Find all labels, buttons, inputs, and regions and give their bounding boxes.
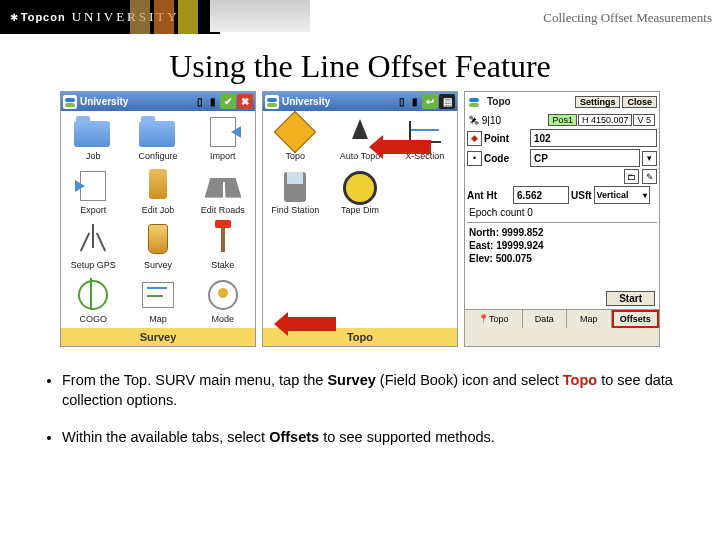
- device-topo-screen: Topo Settings Close 🛰 9|10 Pos1 H 4150.0…: [464, 91, 660, 347]
- ant-ht-value[interactable]: 6.562: [513, 186, 569, 204]
- menu-tape-dim[interactable]: Tape Dim: [328, 165, 393, 219]
- menu-edit-roads[interactable]: Edit Roads: [190, 165, 255, 219]
- header-stripes: [130, 0, 202, 34]
- elev-value: Elev: 500.075: [467, 252, 657, 265]
- ant-ht-unit: USft: [571, 190, 592, 201]
- menu-edit-job[interactable]: Edit Job: [126, 165, 191, 219]
- app-logo-icon: [63, 95, 77, 109]
- callout-arrow-topo: [381, 140, 431, 154]
- header-subtitle: Collecting Offset Measurements: [543, 10, 712, 26]
- point-label: Point: [484, 133, 528, 144]
- close-button[interactable]: Close: [622, 96, 657, 108]
- device1-titlebar: University ▯ ▮ ✔ ✖: [61, 92, 255, 111]
- menu-icon[interactable]: ▤: [439, 94, 455, 109]
- instruction-bullets: From the Top. SURV main menu, tap the Su…: [22, 371, 698, 448]
- device2-title: University: [282, 96, 330, 107]
- bottom-tabs: 📍 Topo Data Map Offsets: [465, 309, 659, 328]
- code-label: Code: [484, 153, 528, 164]
- slide-header: ✱ Topcon UNIVERSITY Collecting Offset Me…: [0, 0, 720, 40]
- back-icon[interactable]: ↩: [422, 94, 438, 109]
- battery-icon: ▮: [207, 94, 219, 109]
- code-input[interactable]: CP: [530, 149, 640, 167]
- signal-icon: ▯: [194, 94, 206, 109]
- app-logo-icon: [265, 95, 279, 109]
- menu-survey[interactable]: Survey: [126, 220, 191, 274]
- main-menu-grid: Job Configure Import Export Edit Job Edi…: [61, 111, 255, 328]
- pos1-tab[interactable]: Pos1: [548, 114, 577, 126]
- tab-offsets[interactable]: Offsets: [612, 310, 659, 328]
- code-icon: •: [467, 151, 482, 166]
- ant-ht-label: Ant Ht: [467, 190, 511, 201]
- settings-button[interactable]: Settings: [575, 96, 621, 108]
- menu-job[interactable]: Job: [61, 111, 126, 165]
- device-screenshots-row: University ▯ ▮ ✔ ✖ Job Configure Import …: [0, 91, 720, 347]
- device1-footer: Survey: [61, 328, 255, 346]
- north-value: North: 9999.852: [467, 226, 657, 239]
- tool-icon-2[interactable]: ✎: [642, 169, 657, 184]
- east-value: East: 19999.924: [467, 239, 657, 252]
- menu-cogo[interactable]: COGO: [61, 274, 126, 328]
- point-icon: ◆: [467, 131, 482, 146]
- point-input[interactable]: 102: [530, 129, 657, 147]
- menu-import[interactable]: Import: [190, 111, 255, 165]
- menu-stake[interactable]: Stake: [190, 220, 255, 274]
- callout-arrow-survey: [286, 317, 336, 331]
- vertical-dropdown[interactable]: Vertical: [594, 186, 650, 204]
- status-bar: 🛰 9|10 Pos1 H 4150.007 V 5: [467, 113, 657, 127]
- satellite-indicator: 🛰 9|10: [469, 115, 501, 126]
- menu-configure[interactable]: Configure: [126, 111, 191, 165]
- tab-map[interactable]: Map: [567, 310, 611, 328]
- menu-mode[interactable]: Mode: [190, 274, 255, 328]
- device-main-menu: University ▯ ▮ ✔ ✖ Job Configure Import …: [60, 91, 256, 347]
- signal-icon: ▯: [396, 94, 408, 109]
- header-faded: [210, 0, 310, 32]
- menu-x-section[interactable]: X-Section: [392, 111, 457, 165]
- v-label: V 5: [633, 114, 655, 126]
- device-survey-menu: University ▯ ▮ ↩ ▤ Topo Auto Topo X-Sect…: [262, 91, 458, 347]
- h-label: H 4150.007: [578, 114, 633, 126]
- battery-icon: ▮: [409, 94, 421, 109]
- menu-setup-gps[interactable]: Setup GPS: [61, 220, 126, 274]
- start-button[interactable]: Start: [606, 291, 655, 306]
- tab-topo[interactable]: 📍 Topo: [465, 310, 523, 328]
- device3-titlebar: Topo Settings Close: [465, 92, 659, 112]
- app-logo-icon: [467, 95, 481, 109]
- bullet-1: From the Top. SURV main menu, tap the Su…: [62, 371, 698, 410]
- code-dropdown-icon[interactable]: ▾: [642, 151, 657, 166]
- bullet-2: Within the available tabs, select Offset…: [62, 428, 698, 448]
- tab-data[interactable]: Data: [523, 310, 567, 328]
- close-icon[interactable]: ✖: [237, 94, 253, 109]
- device2-titlebar: University ▯ ▮ ↩ ▤: [263, 92, 457, 111]
- slide-title: Using the Line Offset Feature: [0, 48, 720, 85]
- menu-map[interactable]: Map: [126, 274, 191, 328]
- tool-icon-1[interactable]: 🗀: [624, 169, 639, 184]
- ok-icon[interactable]: ✔: [220, 94, 236, 109]
- menu-find-station[interactable]: Find Station: [263, 165, 328, 219]
- epoch-count: Epoch count 0: [467, 206, 657, 219]
- device1-title: University: [80, 96, 128, 107]
- menu-export[interactable]: Export: [61, 165, 126, 219]
- device3-title: Topo: [487, 96, 511, 107]
- menu-topo[interactable]: Topo: [263, 111, 328, 165]
- brand-logo: ✱ Topcon: [10, 11, 66, 23]
